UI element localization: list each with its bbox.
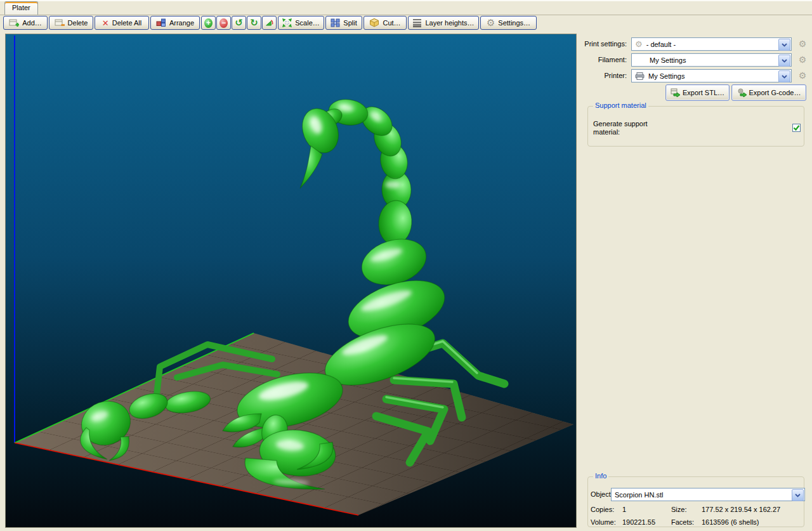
volume-label: Volume:	[591, 518, 616, 526]
filament-value: My Settings	[650, 56, 686, 64]
layer-heights-button[interactable]: Layer heights…	[408, 16, 479, 30]
export-stl-label: Export STL…	[683, 89, 724, 96]
delete-button-label: Delete	[68, 19, 88, 27]
dropdown-arrow[interactable]	[778, 39, 790, 51]
chevron-down-icon	[782, 59, 787, 63]
arrange-icon	[156, 18, 166, 27]
info-title: Info	[593, 472, 608, 480]
size-value: 177.52 x 219.54 x 162.27	[702, 506, 780, 513]
filament-select[interactable]: My Settings	[631, 53, 792, 67]
minus-circle-icon: −	[219, 18, 228, 28]
plus-circle-icon: +	[204, 18, 213, 28]
object-select[interactable]: Scorpion HN.stl	[611, 488, 805, 501]
decrease-copies-button[interactable]: −	[216, 16, 231, 30]
print-settings-label: Print settings:	[576, 40, 627, 48]
add-button[interactable]: Add…	[3, 16, 48, 30]
arrange-button-label: Arrange	[169, 19, 194, 27]
scale-button[interactable]: Scale…	[278, 16, 324, 30]
info-group: Info Object: Scorpion HN.stl Copies: 1 S…	[587, 476, 804, 527]
chevron-down-icon	[782, 75, 787, 79]
printer-label: Printer:	[576, 72, 627, 80]
rotate-45-ccw-button[interactable]: ↺	[232, 16, 246, 30]
gear-icon: ⚙	[635, 40, 643, 48]
settings-button-label: Settings…	[498, 19, 530, 27]
arrange-button[interactable]: Arrange	[150, 16, 200, 30]
printer-select[interactable]: My Settings	[631, 69, 792, 82]
tab-plater[interactable]: Plater	[4, 1, 38, 15]
delete-object-icon	[55, 18, 65, 27]
delete-all-x-icon: ✕	[102, 19, 109, 27]
export-gcode-label: Export G-code…	[749, 89, 801, 96]
cut-button[interactable]: Cut…	[363, 16, 407, 30]
export-stl-icon	[671, 88, 681, 97]
cut-icon	[369, 18, 379, 27]
increase-copies-button[interactable]: +	[201, 16, 216, 30]
support-material-group: Support material Generate support materi…	[587, 106, 804, 147]
layer-heights-icon	[412, 18, 422, 27]
printer-icon	[635, 72, 645, 80]
export-gcode-icon	[737, 88, 747, 97]
volume-value: 190221.55	[622, 518, 655, 526]
slic3r-plater-window: { "tab": { "label": "Plater" }, "toolbar…	[0, 0, 812, 531]
printer-value: My Settings	[648, 72, 684, 80]
print-settings-gear-button[interactable]: ⚙	[797, 39, 808, 50]
dropdown-arrow[interactable]	[778, 55, 790, 67]
window-top-strip	[0, 0, 812, 1]
tab-plater-label: Plater	[12, 4, 30, 11]
gear-icon: ⚙	[487, 18, 495, 28]
delete-all-button-label: Delete All	[112, 19, 141, 27]
facets-value: 1613596 (6 shells)	[702, 518, 759, 526]
split-button-label: Split	[343, 19, 357, 27]
rotate-cw-icon: ↻	[250, 18, 258, 28]
add-button-label: Add…	[22, 19, 42, 27]
rotate-custom-icon	[265, 18, 273, 27]
generate-support-checkbox[interactable]	[792, 124, 801, 132]
printer-gear-button[interactable]: ⚙	[797, 70, 808, 82]
settings-button[interactable]: ⚙ Settings…	[480, 16, 537, 30]
rotate-45-cw-button[interactable]: ↻	[247, 16, 261, 30]
export-stl-button[interactable]: Export STL…	[665, 84, 730, 101]
export-gcode-button[interactable]: Export G-code…	[731, 84, 806, 101]
object-label: Object:	[591, 490, 613, 498]
object-value: Scorpion HN.stl	[615, 491, 663, 499]
support-material-title: Support material	[593, 102, 648, 109]
print-settings-value: - default -	[646, 41, 676, 48]
generate-support-label: Generate support material:	[593, 120, 672, 136]
delete-all-button[interactable]: ✕ Delete All	[95, 16, 149, 30]
split-button[interactable]: Split	[325, 16, 362, 30]
facets-label: Facets:	[671, 518, 694, 526]
viewport-3d[interactable]	[5, 34, 577, 528]
cut-button-label: Cut…	[383, 19, 400, 27]
rotate-custom-button[interactable]	[262, 16, 277, 30]
checkmark-icon	[793, 124, 800, 131]
viewport-scene	[6, 34, 576, 527]
dropdown-arrow[interactable]	[778, 70, 790, 82]
copies-label: Copies:	[591, 506, 614, 513]
add-object-icon	[9, 18, 19, 27]
rotate-ccw-icon: ↺	[235, 18, 243, 28]
delete-button[interactable]: Delete	[49, 16, 93, 30]
layer-heights-button-label: Layer heights…	[425, 19, 474, 27]
chevron-down-icon	[782, 43, 787, 47]
filament-gear-button[interactable]: ⚙	[797, 55, 808, 66]
copies-value: 1	[622, 506, 626, 513]
dropdown-arrow[interactable]	[792, 489, 804, 501]
print-settings-select[interactable]: ⚙ - default -	[631, 37, 792, 51]
scale-icon	[282, 18, 292, 27]
size-label: Size:	[671, 506, 686, 513]
filament-label: Filament:	[576, 56, 627, 64]
scale-button-label: Scale…	[295, 19, 320, 27]
chevron-down-icon	[795, 494, 801, 497]
split-icon	[331, 18, 340, 27]
panel-divider	[0, 15, 812, 15]
